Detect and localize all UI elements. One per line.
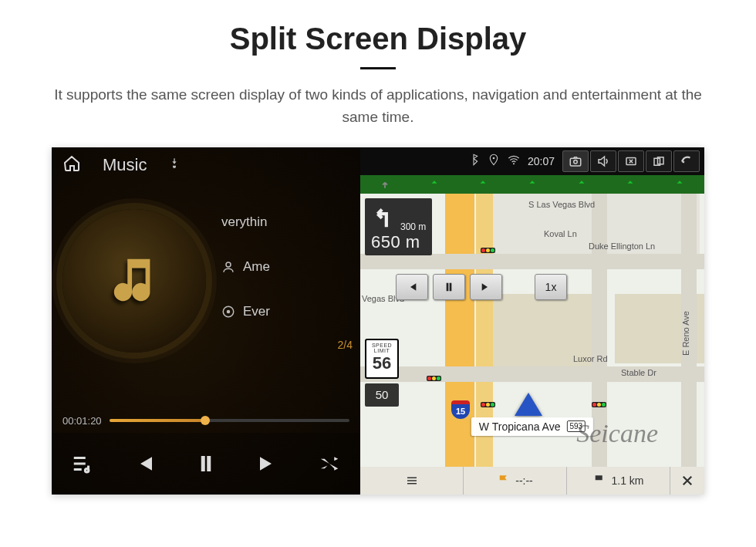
map-label-koval: Koval Ln bbox=[544, 229, 577, 238]
sim-prev-button[interactable] bbox=[396, 274, 428, 300]
lane-6 bbox=[606, 175, 656, 194]
usb-icon[interactable] bbox=[168, 155, 181, 175]
pause-button[interactable] bbox=[187, 444, 225, 483]
title-underline bbox=[360, 67, 396, 69]
album-name: Ever bbox=[243, 304, 270, 319]
hamburger-icon bbox=[405, 474, 419, 488]
current-road-plate: W Tropicana Ave 593 bbox=[471, 417, 593, 436]
flag-icon bbox=[497, 474, 511, 488]
next-turn-main: 650 m bbox=[371, 232, 426, 252]
artist-name: Ame bbox=[243, 259, 270, 275]
map-label-reno: E Reno Ave bbox=[681, 311, 690, 356]
turn-left-icon bbox=[371, 203, 397, 232]
flag-checkered-icon bbox=[592, 474, 606, 488]
previous-button[interactable] bbox=[125, 444, 164, 483]
current-position-arrow bbox=[515, 393, 542, 416]
status-bar: 20:07 bbox=[360, 147, 704, 175]
music-topbar: Music bbox=[52, 147, 360, 183]
lane-guidance bbox=[360, 175, 704, 194]
music-pane: Music verythin Ame bbox=[52, 147, 360, 495]
seek-bar[interactable] bbox=[110, 419, 349, 422]
home-icon[interactable] bbox=[62, 154, 81, 176]
menu-button[interactable] bbox=[360, 467, 464, 495]
back-button[interactable] bbox=[673, 150, 700, 172]
elapsed-time: 00:01:20 bbox=[62, 415, 102, 427]
map-label-stable: Stable Dr bbox=[621, 368, 656, 377]
volume-button[interactable] bbox=[590, 150, 616, 172]
shuffle-button[interactable] bbox=[310, 444, 349, 483]
person-icon bbox=[221, 260, 235, 274]
nav-bottom-bar: --:-- 1.1 km bbox=[360, 467, 704, 495]
wifi-icon bbox=[508, 154, 520, 168]
bluetooth-icon bbox=[467, 154, 480, 168]
track-index: 2/4 bbox=[221, 339, 360, 351]
svg-point-0 bbox=[226, 262, 231, 267]
playlist-button[interactable] bbox=[63, 444, 102, 483]
page-description: It supports the same screen display of t… bbox=[42, 83, 714, 129]
distance-button[interactable]: 1.1 km bbox=[567, 467, 670, 495]
next-turn-sub: 300 m bbox=[400, 221, 426, 232]
svg-rect-6 bbox=[570, 158, 581, 166]
lane-7 bbox=[655, 175, 704, 194]
sim-pause-button[interactable] bbox=[433, 274, 465, 300]
map-label-duke: Duke Ellington Ln bbox=[589, 241, 655, 251]
clock-time: 20:07 bbox=[528, 155, 555, 167]
sim-speed-button[interactable]: 1x bbox=[535, 274, 567, 300]
map-label-s-las-vegas: S Las Vegas Blvd bbox=[528, 200, 595, 209]
svg-point-5 bbox=[513, 164, 515, 165]
eta-time: --:-- bbox=[515, 474, 533, 487]
simulation-controls: 1x bbox=[396, 274, 567, 300]
close-nav-button[interactable] bbox=[670, 467, 704, 495]
lane-1 bbox=[360, 175, 410, 194]
music-note-icon bbox=[107, 252, 161, 309]
music-header-title: Music bbox=[103, 155, 147, 175]
speed-limit-value: 56 bbox=[366, 355, 397, 372]
svg-point-4 bbox=[493, 157, 495, 160]
next-button[interactable] bbox=[248, 444, 287, 483]
album-art-disc bbox=[62, 209, 206, 353]
track-title: verythin bbox=[221, 214, 268, 230]
track-title-row: verythin bbox=[221, 200, 360, 245]
route-shield: 593 bbox=[566, 420, 586, 432]
close-window-button[interactable] bbox=[618, 150, 644, 172]
close-icon bbox=[680, 474, 694, 488]
svg-point-2 bbox=[228, 310, 230, 312]
album-row: Ever bbox=[221, 289, 360, 334]
lane-4 bbox=[508, 175, 557, 194]
player-controls bbox=[52, 433, 360, 495]
navigation-pane: 20:07 bbox=[360, 147, 704, 495]
next-turn-panel: 300 m 650 m bbox=[365, 198, 432, 255]
map[interactable]: S Las Vegas Blvd Koval Ln Duke Ellington… bbox=[360, 194, 704, 467]
lane-5 bbox=[557, 175, 606, 194]
svg-point-3 bbox=[85, 468, 89, 472]
lane-3 bbox=[458, 175, 508, 194]
current-speed: 50 bbox=[365, 383, 399, 407]
screenshot-button[interactable] bbox=[562, 150, 589, 172]
device-splitscreen: Music verythin Ame bbox=[52, 147, 704, 495]
remaining-distance: 1.1 km bbox=[611, 474, 643, 487]
speed-limit-sign: SPEEDLIMIT 56 bbox=[365, 339, 399, 379]
disc-icon bbox=[221, 305, 235, 319]
progress-row: 00:01:20 bbox=[52, 409, 360, 433]
svg-point-7 bbox=[574, 160, 578, 164]
page-title: Split Screen Display bbox=[0, 22, 756, 56]
recent-apps-button[interactable] bbox=[646, 150, 672, 172]
sim-next-button[interactable] bbox=[470, 274, 502, 300]
current-road-name: W Tropicana Ave bbox=[479, 420, 561, 433]
location-icon bbox=[488, 154, 500, 168]
eta-button[interactable]: --:-- bbox=[464, 467, 567, 495]
artist-row: Ame bbox=[221, 245, 360, 289]
lane-2 bbox=[410, 175, 459, 194]
map-label-luxor: Luxor Rd bbox=[573, 354, 608, 363]
interstate-shield: 15 bbox=[451, 400, 470, 419]
